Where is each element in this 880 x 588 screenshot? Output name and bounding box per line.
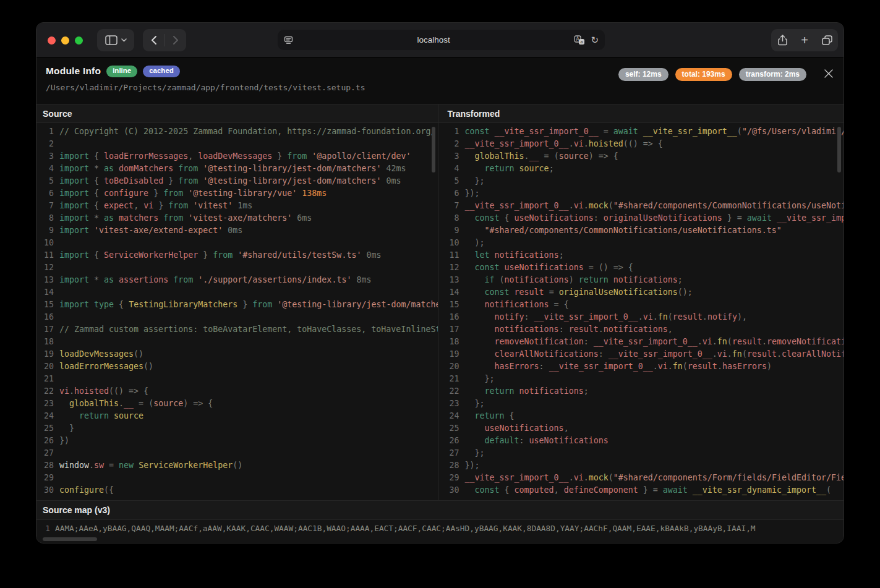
line-number: 19 <box>36 348 54 360</box>
line-number: 8 <box>36 212 54 224</box>
code-line: 15import type { TestingLibraryMatchers }… <box>36 299 438 311</box>
line-number: 13 <box>438 274 459 286</box>
line-number: 28 <box>36 459 54 472</box>
browser-window: localhost A a ↻ <box>36 22 844 543</box>
line-number: 3 <box>36 150 54 163</box>
code-line: 10 <box>36 237 438 249</box>
reload-icon[interactable]: ↻ <box>591 35 599 45</box>
line-number: 14 <box>36 286 54 299</box>
code-line: 29 <box>36 472 438 484</box>
line-number: 12 <box>36 262 54 274</box>
line-number: 22 <box>438 385 459 398</box>
line-number: 2 <box>36 138 54 150</box>
translate-icon[interactable]: A a <box>574 35 585 45</box>
forward-button[interactable] <box>165 29 186 51</box>
code-line: 18 <box>36 336 438 348</box>
code-line: 16 notify: __vite_ssr_import_0__.vi.fn(r… <box>438 311 844 323</box>
code-line: 15 notifications = { <box>438 299 844 311</box>
line-number: 22 <box>36 385 54 398</box>
line-number: 26 <box>438 435 459 447</box>
transform-time-badge: transform: 2ms <box>739 68 806 81</box>
code-line: 16 <box>36 311 438 323</box>
line-number: 4 <box>438 163 459 175</box>
line-number: 27 <box>438 447 459 459</box>
line-number: 7 <box>36 200 54 212</box>
line-number: 2 <box>438 138 459 150</box>
transformed-pane: Transformed 1const __vite_ssr_import_0__… <box>438 104 844 500</box>
sourcemap-line-number: 1 <box>36 524 50 533</box>
code-line: 7import { expect, vi } from 'vitest' 1ms <box>36 200 438 212</box>
line-number: 10 <box>438 237 459 249</box>
page-title: Module Info <box>46 66 101 77</box>
window-zoom-button[interactable] <box>75 36 83 45</box>
code-line: 4 return source; <box>438 163 844 175</box>
sourcemap-mappings: AAMA;AAeA,yBAAG,QAAQ,MAAM;AACf,aAAW,KAAK… <box>50 524 756 533</box>
traffic-lights <box>48 36 83 45</box>
code-line: 2__vite_ssr_import_0__.vi.hoisted(() => … <box>438 138 844 150</box>
transformed-code[interactable]: 1const __vite_ssr_import_0__ = await __v… <box>438 123 844 500</box>
source-code[interactable]: 1// Copyright (C) 2012-2025 Zammad Found… <box>36 123 438 500</box>
code-line: 30 const { computed, defineComponent } =… <box>438 484 844 496</box>
line-number: 1 <box>438 126 459 138</box>
source-vertical-scrollbar[interactable] <box>432 127 435 173</box>
code-line: 5 }; <box>438 175 844 187</box>
line-number: 25 <box>438 422 459 435</box>
line-number: 23 <box>438 398 459 410</box>
line-number: 5 <box>36 175 54 187</box>
code-line: 18 removeNotification: __vite_ssr_import… <box>438 336 844 348</box>
window-minimize-button[interactable] <box>61 36 69 45</box>
tab-overview-icon[interactable] <box>816 29 838 51</box>
sourcemap-body: 1 AAMA;AAeA,yBAAG,QAAQ,MAAM;AACf,aAAW,KA… <box>36 520 844 543</box>
new-tab-icon[interactable]: + <box>793 29 816 51</box>
code-line: 23 globalThis.__ = (source) => { <box>36 398 438 410</box>
line-number: 21 <box>438 373 459 385</box>
code-line: 6}); <box>438 187 844 200</box>
line-number: 9 <box>438 224 459 237</box>
code-line: 12 const useNotifications = () => { <box>438 262 844 274</box>
code-line: 24 return source <box>36 410 438 422</box>
address-bar[interactable]: localhost A a ↻ <box>278 30 605 50</box>
line-number: 7 <box>438 200 459 212</box>
reader-icon[interactable] <box>284 36 293 45</box>
code-panes: Source 1// Copyright (C) 2012-2025 Zamma… <box>36 104 844 500</box>
code-line: 30configure({ <box>36 484 438 496</box>
line-number: 29 <box>438 472 459 484</box>
line-number: 29 <box>36 472 54 484</box>
code-line: 27 }; <box>438 447 844 459</box>
chevron-down-icon <box>121 38 127 42</box>
code-line: 14 const result = originalUseNotificatio… <box>438 286 844 299</box>
code-line: 17 notifications: result.notifications, <box>438 323 844 336</box>
window-close-button[interactable] <box>48 36 56 45</box>
code-line: 25 } <box>36 422 438 435</box>
code-line: 9import 'vitest-axe/extend-expect' 0ms <box>36 224 438 237</box>
line-number: 16 <box>438 311 459 323</box>
code-line: 27 <box>36 447 438 459</box>
line-number: 30 <box>36 484 54 496</box>
code-line: 22vi.hoisted(() => { <box>36 385 438 398</box>
line-number: 11 <box>36 249 54 262</box>
code-line: 5import { toBeDisabled } from '@testing-… <box>36 175 438 187</box>
code-line: 25 useNotifications, <box>438 422 844 435</box>
code-line: 2 <box>36 138 438 150</box>
line-number: 16 <box>36 311 54 323</box>
close-icon[interactable] <box>822 67 835 80</box>
self-time-badge: self: 12ms <box>618 68 669 81</box>
back-button[interactable] <box>143 29 164 51</box>
code-line: 29__vite_ssr_import_0__.vi.mock("#shared… <box>438 472 844 484</box>
line-number: 17 <box>36 323 54 336</box>
sourcemap-horizontal-scrollbar[interactable] <box>43 537 97 541</box>
line-number: 18 <box>438 336 459 348</box>
code-line: 8import * as matchers from 'vitest-axe/m… <box>36 212 438 224</box>
share-icon[interactable] <box>771 29 793 51</box>
line-number: 27 <box>36 447 54 459</box>
sidebar-toggle-button[interactable] <box>97 29 134 51</box>
line-number: 8 <box>438 212 459 224</box>
inline-badge: inline <box>106 66 137 77</box>
code-line: 10 ); <box>438 237 844 249</box>
transformed-vertical-scrollbar[interactable] <box>837 127 841 173</box>
line-number: 20 <box>438 360 459 373</box>
url-text[interactable]: localhost <box>293 35 574 45</box>
line-number: 4 <box>36 163 54 175</box>
code-line: 22 return notifications; <box>438 385 844 398</box>
line-number: 24 <box>438 410 459 422</box>
